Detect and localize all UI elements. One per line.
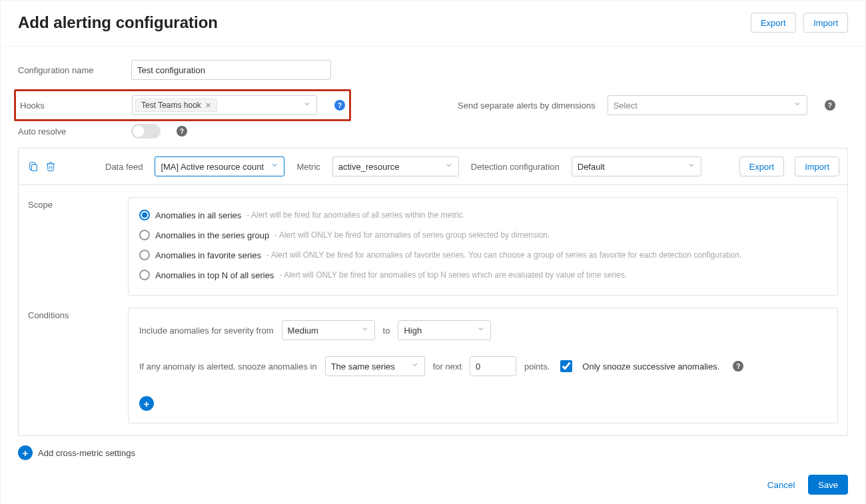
scope-option-topn[interactable]: Anomalies in top N of all series - Alert… (139, 270, 827, 280)
metric-value: active_resource (338, 162, 400, 172)
chevron-down-icon (303, 100, 311, 110)
help-icon[interactable]: ? (733, 361, 743, 372)
scope-option-desc: - Alert will ONLY be fired for anomalies… (279, 270, 627, 280)
scope-option-desc: - Alert will ONLY be fired for anomalies… (274, 230, 550, 240)
for-next-text: for next (433, 362, 462, 372)
panel-icons (27, 160, 57, 173)
hooks-combobox[interactable]: Test Teams hook ✕ (132, 95, 317, 115)
severity-from-value: Medium (288, 326, 318, 336)
top-form: Configuration name Hooks Test Teams hook… (1, 47, 865, 138)
header-actions: Export Import (751, 13, 848, 33)
only-successive-checkbox[interactable] (560, 360, 572, 372)
hooks-chip: Test Teams hook ✕ (135, 99, 217, 112)
row-auto-resolve: Auto resolve ? (18, 124, 848, 138)
page: Add alerting configuration Export Import… (0, 0, 866, 504)
panel-import-button[interactable]: Import (795, 156, 839, 176)
detection-select[interactable]: Default (572, 156, 701, 176)
points-input[interactable] (470, 356, 516, 376)
to-text: to (383, 326, 390, 336)
scope-option-desc: - Alert will ONLY be fired for anomalies… (266, 250, 741, 260)
scope-option-label: Anomalies in all series (155, 210, 241, 220)
row-hooks-and-separate: Hooks Test Teams hook ✕ ? Send separate … (18, 89, 848, 121)
metric-select[interactable]: active_resource (332, 156, 459, 176)
auto-resolve-label: Auto resolve (18, 126, 118, 136)
svg-rect-0 (31, 164, 37, 170)
scope-option-label: Anomalies in favorite series (155, 250, 261, 260)
only-successive-label: Only snooze successive anomalies. (582, 362, 719, 372)
chevron-down-icon (477, 325, 485, 335)
config-name-input[interactable] (131, 60, 331, 80)
scope-radio-topn[interactable] (139, 270, 150, 280)
detection-label: Detection configuration (471, 162, 560, 172)
snooze-line: If any anomaly is alerted, snooze anomal… (139, 356, 827, 376)
separate-alerts-group: Send separate alerts by dimensions Selec… (458, 89, 835, 121)
chevron-down-icon (270, 161, 278, 171)
panel-header: Data feed [MA] Active resource count Met… (19, 148, 847, 185)
chevron-down-icon (411, 361, 419, 371)
conditions-section: Conditions Include anomalies for severit… (19, 308, 847, 435)
points-label: points. (524, 362, 550, 372)
snooze-scope-value: The same series (331, 362, 395, 372)
chevron-down-icon (361, 325, 369, 335)
metric-panel: Data feed [MA] Active resource count Met… (18, 148, 848, 436)
scope-option-all[interactable]: Anomalies in all series - Alert will be … (139, 210, 827, 220)
config-name-label: Configuration name (18, 65, 118, 75)
severity-from-select[interactable]: Medium (282, 320, 375, 340)
severity-to-value: High (404, 326, 422, 336)
separate-alerts-select[interactable]: Select (608, 95, 807, 115)
severity-line: Include anomalies for severity from Medi… (139, 320, 827, 340)
separate-alerts-value: Select (614, 101, 638, 111)
severity-to-select[interactable]: High (398, 320, 491, 340)
add-condition-row (139, 396, 827, 411)
help-icon[interactable]: ? (177, 126, 187, 136)
data-feed-select[interactable]: [MA] Active resource count (155, 156, 284, 176)
cross-metric-label: Add cross-metric settings (38, 448, 135, 458)
page-title: Add alerting configuration (18, 13, 218, 32)
conditions-label: Conditions (28, 308, 115, 423)
severity-text: Include anomalies for severity from (139, 326, 274, 336)
cancel-button[interactable]: Cancel (759, 480, 803, 490)
detection-value: Default (578, 162, 605, 172)
scope-label: Scope (28, 197, 115, 296)
footer: Cancel Save (759, 475, 848, 495)
help-icon[interactable]: ? (334, 100, 345, 111)
cross-metric-link[interactable]: Add cross-metric settings (18, 445, 848, 460)
import-button[interactable]: Import (803, 13, 848, 33)
chip-remove-icon[interactable]: ✕ (205, 101, 211, 110)
conditions-content: Include anomalies for severity from Medi… (128, 308, 838, 423)
metric-label: Metric (296, 162, 320, 172)
data-feed-label: Data feed (105, 162, 143, 172)
panel-actions: Export Import (739, 156, 839, 176)
trash-icon[interactable] (44, 160, 57, 173)
snooze-scope-select[interactable]: The same series (325, 356, 425, 376)
plus-circle-icon (18, 445, 33, 460)
save-button[interactable]: Save (808, 475, 848, 495)
row-config-name: Configuration name (18, 60, 848, 80)
copy-icon[interactable] (27, 160, 40, 173)
toggle-knob (133, 125, 145, 137)
scope-option-desc: - Alert will be fired for anomalies of a… (246, 210, 464, 220)
data-feed-value: [MA] Active resource count (161, 162, 264, 172)
scope-radio-all[interactable] (139, 210, 150, 220)
hooks-label: Hooks (20, 101, 120, 111)
auto-resolve-toggle[interactable] (131, 124, 161, 138)
chevron-down-icon (793, 100, 801, 110)
scope-option-group[interactable]: Anomalies in the series group - Alert wi… (139, 230, 827, 240)
header: Add alerting configuration Export Import (1, 1, 865, 47)
scope-option-label: Anomalies in top N of all series (155, 270, 274, 280)
panel-export-button[interactable]: Export (739, 156, 785, 176)
chevron-down-icon (687, 161, 695, 171)
add-condition-button[interactable] (139, 396, 154, 411)
separate-alerts-label: Send separate alerts by dimensions (458, 101, 596, 111)
export-button[interactable]: Export (751, 13, 796, 33)
scope-option-label: Anomalies in the series group (155, 230, 269, 240)
scope-radio-favorite[interactable] (139, 250, 150, 260)
snooze-pre-text: If any anomaly is alerted, snooze anomal… (139, 362, 317, 372)
scope-radio-group[interactable] (139, 230, 150, 240)
highlighted-hooks-group: Hooks Test Teams hook ✕ ? (14, 89, 351, 121)
scope-content: Anomalies in all series - Alert will be … (128, 197, 838, 296)
hooks-chip-label: Test Teams hook (141, 101, 201, 110)
help-icon[interactable]: ? (825, 100, 835, 111)
chevron-down-icon (445, 161, 453, 171)
scope-option-favorite[interactable]: Anomalies in favorite series - Alert wil… (139, 250, 827, 260)
